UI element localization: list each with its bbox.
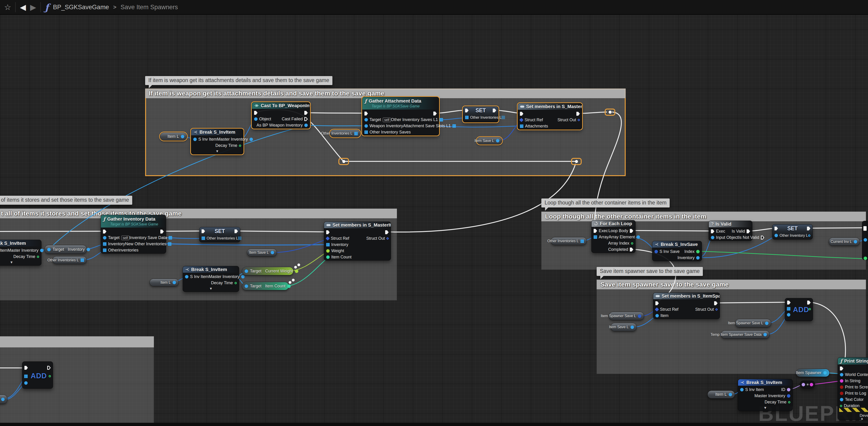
pill-temp-item-spawner-save-data[interactable]: Temp Item Spawner Save Data	[721, 331, 770, 339]
pin-item[interactable]	[655, 314, 659, 317]
pin-as-bp-weapon-inventory[interactable]	[304, 123, 308, 127]
pin-struct-out[interactable]	[577, 118, 580, 121]
pill-get-inventory[interactable]: TargetInventory	[44, 245, 87, 254]
pin-inventory[interactable]	[696, 256, 700, 260]
pill-current-inv-l[interactable]: Current Inv L	[829, 238, 860, 246]
pill-item-l-top[interactable]: Item L	[160, 132, 187, 141]
node-add-bottom-left[interactable]: ADD	[22, 362, 53, 389]
pin-struct-ref[interactable]	[519, 118, 523, 122]
expander-arrow[interactable]: ▼	[0, 260, 41, 265]
pin-out[interactable]	[87, 248, 90, 251]
node-break-s-invitem-top[interactable]: Break S_InvItem S Inv ItemMaster Invento…	[191, 129, 244, 154]
pill-item-l-bottom[interactable]: Item L	[707, 391, 735, 399]
node-to-string-conversion[interactable]	[800, 380, 815, 389]
node-clipped-right-edge[interactable]	[862, 221, 868, 260]
collapse-arrow[interactable]: ▲	[860, 417, 864, 420]
exec-in-pin[interactable]	[520, 112, 523, 116]
exec-out-pin[interactable]	[304, 111, 308, 115]
exec-in-pin[interactable]	[326, 230, 330, 234]
exec-out-pin[interactable]	[714, 301, 718, 305]
pin-array[interactable]	[594, 235, 597, 239]
pin-master-inventory[interactable]	[249, 138, 253, 141]
pin-out[interactable]	[173, 281, 176, 284]
pin-struct-out[interactable]	[386, 237, 389, 240]
pin-out[interactable]	[809, 308, 811, 310]
exec-in-pin[interactable]	[840, 367, 843, 370]
pin-other-inventory-l-in[interactable]	[774, 234, 778, 237]
pin-weight[interactable]	[326, 249, 330, 253]
exec-in-pin[interactable]	[774, 227, 778, 230]
node-break-s-invsave[interactable]: Break S_InvSave S Inv SaveIndex Inventor…	[652, 241, 702, 261]
pin-other-inventory-l-out[interactable]	[808, 234, 810, 237]
pin-target[interactable]	[365, 118, 368, 121]
pin-target-in[interactable]	[245, 269, 248, 273]
pin-inventory-save-data[interactable]	[168, 236, 172, 239]
pin-out[interactable]	[581, 239, 584, 243]
exec-out-pin[interactable]	[47, 366, 51, 370]
node-gather-attachment-data[interactable]: ƒGather Attachment Data Target is BP SGK…	[362, 97, 439, 136]
pin-other-inventories-l-out[interactable]	[501, 116, 505, 119]
pin-in-string[interactable]	[840, 379, 843, 383]
exec-out-pin[interactable]	[160, 230, 164, 233]
pill-item-spawner-save-l-2[interactable]: Item Spawner Save L	[735, 319, 771, 327]
pin-decay-time[interactable]	[235, 282, 237, 284]
pin-weapon-inventory[interactable]	[365, 124, 368, 128]
pill-other-inventories-l-loop[interactable]: Other Inventories L	[551, 237, 587, 245]
exec-out-pin[interactable]	[576, 112, 580, 116]
self-value-box[interactable]: self	[383, 118, 391, 122]
pill-item-l-items[interactable]: Item L	[150, 279, 179, 286]
pin-decay-time[interactable]	[788, 401, 790, 403]
pin-out[interactable]	[496, 139, 499, 142]
node-add-spawner[interactable]: ADD	[785, 298, 813, 321]
pin-out[interactable]	[1, 398, 5, 401]
exec-loop-body-pin[interactable]	[630, 229, 633, 233]
node-set-members-itemspawnersave[interactable]: Set members in S_ItemSpawnerSave Struct …	[653, 292, 720, 319]
exec-cast-failed-pin[interactable]	[304, 117, 308, 121]
pin-decay-time[interactable]	[37, 256, 39, 258]
exec-completed-pin[interactable]	[630, 248, 633, 252]
pin-attachment-save-slots-l1[interactable]	[453, 124, 456, 128]
pin-in[interactable]	[864, 238, 867, 242]
pin-target-in[interactable]	[245, 284, 248, 288]
pin-out[interactable]	[49, 375, 51, 377]
pin-s-inv-item[interactable]	[185, 275, 188, 279]
pin-other-inventories-l-in[interactable]	[465, 116, 469, 119]
pin-out[interactable]	[810, 383, 813, 386]
pin-s-inv-item[interactable]	[193, 138, 197, 141]
node-break-s-invitem-items[interactable]: Break S_InvItem S Inv ItemMaster Invento…	[183, 266, 239, 292]
pin-out[interactable]	[765, 321, 769, 325]
node-set-members-masteritemsave-top[interactable]: Set members in S_MasterItemSave Struct R…	[518, 103, 582, 130]
expander-arrow[interactable]: ▼	[191, 149, 243, 154]
pin-index[interactable]	[696, 250, 700, 253]
exec-in-pin[interactable]	[202, 229, 205, 233]
node-set-other-inventories-items[interactable]: SET Other Inventories L	[199, 227, 240, 242]
pin-in[interactable]	[864, 257, 867, 260]
pin-print-to-log[interactable]	[840, 392, 843, 395]
pin-s-inv-save[interactable]	[654, 250, 658, 253]
pin-in-2[interactable]	[24, 381, 28, 385]
pin-out[interactable]	[638, 314, 641, 318]
breadcrumb-leaf[interactable]: Save Item Spawners	[121, 4, 178, 11]
pin-other-inventory-saves[interactable]	[365, 131, 368, 134]
exec-in-pin[interactable]	[365, 112, 368, 115]
pin-otherinventories[interactable]	[103, 249, 106, 252]
blueprint-editor-canvas[interactable]: BLUEPRINT If item is weapon get its atta…	[0, 0, 868, 426]
node-set-members-masteritemsave-items[interactable]: Set members in S_MasterItemSave Struct R…	[324, 222, 391, 260]
pin-other-inventories-l-out[interactable]	[238, 236, 241, 240]
pin-out[interactable]	[81, 258, 84, 262]
self-value-box[interactable]: self	[121, 235, 129, 240]
pin-out[interactable]	[354, 132, 358, 135]
pin-struct-ref[interactable]	[655, 307, 659, 311]
pin-target[interactable]	[103, 236, 106, 239]
pill-item-save-l-items[interactable]: Item Save L	[247, 249, 277, 256]
favorite-star-icon[interactable]: ☆	[4, 3, 11, 12]
pill-other-inventories-l-top[interactable]: Other Inventories L	[330, 130, 361, 137]
exec-in-pin[interactable]	[103, 230, 106, 233]
node-set-other-inventory-loop[interactable]: SET Other Inventory L	[772, 224, 813, 239]
pin-struct-ref[interactable]	[326, 236, 330, 240]
reroute-node[interactable]	[571, 158, 582, 165]
exec-is-valid-pin[interactable]	[747, 229, 750, 233]
exec-in-pin[interactable]	[655, 301, 659, 305]
node-break-s-invitem-left[interactable]: Break S_InvItem S Inv ItemMaster Invento…	[0, 240, 41, 265]
pill-item-save-l-top[interactable]: Item Save L	[476, 137, 502, 145]
